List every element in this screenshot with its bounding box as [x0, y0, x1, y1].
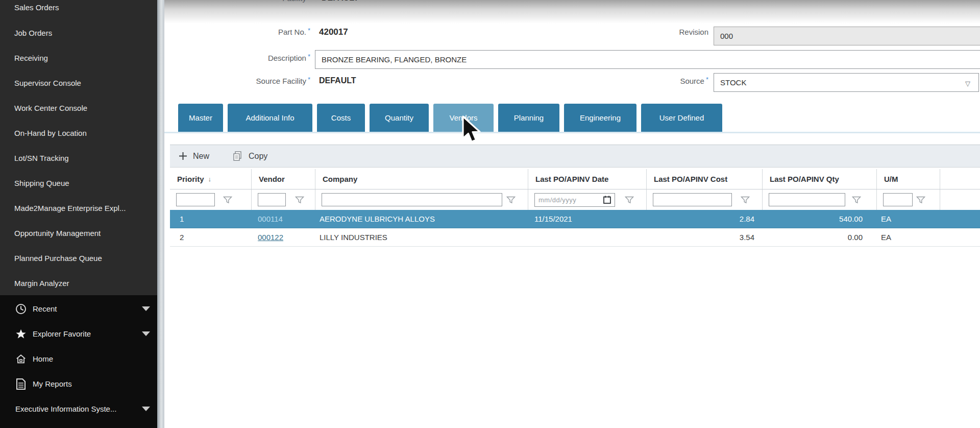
sidebar-item-sales-orders[interactable]: Sales Orders — [0, 1, 157, 20]
sidebar-scrollbar[interactable] — [157, 0, 164, 428]
filter-cell-um — [877, 189, 940, 210]
table-row[interactable]: 2 000122 LILLY INDUSTRIES 3.54 0.00 EA — [170, 228, 980, 247]
chevron-down-icon — [142, 331, 150, 336]
chevron-down-icon — [142, 407, 150, 411]
vendors-table: Priority ↓ Vendor Company Last PO/APINV … — [170, 169, 980, 247]
column-header-last-po-date[interactable]: Last PO/APINV Date — [528, 169, 647, 189]
calendar-icon[interactable] — [603, 196, 611, 204]
tab-vendors[interactable]: Vendors — [433, 104, 494, 132]
description-input[interactable] — [315, 50, 980, 69]
source-dropdown[interactable]: STOCK ▽ — [714, 73, 979, 92]
um-cell: EA — [877, 228, 940, 246]
filter-cell-last-po-cost — [647, 189, 763, 210]
description-label: Description* — [198, 54, 310, 62]
vendor-link[interactable]: 000114 — [258, 215, 283, 223]
source-facility-value: DEFAULT — [319, 76, 356, 85]
new-button[interactable]: New — [179, 152, 209, 161]
company-cell: LILLY INDUSTRIES — [315, 228, 528, 246]
sidebar-item-on-hand-by-location[interactable]: On-Hand by Location — [0, 121, 157, 146]
revision-label-text: Revision — [679, 28, 708, 36]
filter-icon[interactable] — [852, 196, 861, 204]
part-detail-panel: Facility DEFAULT Part No.* 420017 Revisi… — [164, 0, 980, 428]
filter-cell-company — [315, 189, 528, 210]
source-facility-label-text: Source Facility — [256, 77, 306, 85]
column-header-company[interactable]: Company — [315, 169, 528, 189]
row-filler — [940, 228, 980, 246]
table-filter-row: mm/dd/yyyy — [170, 189, 980, 210]
sidebar-item-home[interactable]: Home — [0, 346, 157, 371]
column-header-label: Last PO/APINV Cost — [654, 175, 727, 183]
column-header-label: Last PO/APINV Date — [535, 175, 608, 183]
sidebar-item-executive-information-system[interactable]: Executive Information Syste... — [0, 396, 157, 421]
sidebar-item-label: Recent — [33, 304, 57, 313]
sidebar-item-explorer-favorite[interactable]: Explorer Favorite — [0, 321, 157, 346]
vendor-link[interactable]: 000122 — [258, 233, 283, 242]
filter-cost-input[interactable] — [653, 193, 732, 206]
filter-icon[interactable] — [916, 196, 925, 204]
part-tabs: Master Additional Info Costs Quantity Ve… — [164, 104, 980, 132]
column-header-last-po-qty[interactable]: Last PO/APINV Qty — [763, 169, 877, 189]
sidebar-item-planned-purchase-queue[interactable]: Planned Purchase Queue — [0, 246, 157, 271]
sidebar: Sales Orders Job Orders Receiving Superv… — [0, 0, 157, 428]
sidebar-item-job-orders[interactable]: Job Orders — [0, 20, 157, 45]
filter-um-input[interactable] — [883, 193, 913, 206]
priority-cell: 2 — [170, 228, 252, 246]
chevron-down-icon — [142, 306, 150, 311]
sidebar-item-supervisor-console[interactable]: Supervisor Console — [0, 70, 157, 96]
column-header-um[interactable]: U/M — [877, 169, 940, 189]
last-po-qty-cell: 540.00 — [763, 210, 877, 228]
filter-qty-input[interactable] — [769, 193, 845, 206]
filter-date-input[interactable]: mm/dd/yyyy — [534, 193, 615, 207]
sidebar-item-lot-sn-tracking[interactable]: Lot/SN Tracking — [0, 146, 157, 171]
required-asterisk: * — [308, 53, 310, 60]
column-header-priority[interactable]: Priority ↓ — [170, 169, 252, 189]
sidebar-item-m2m-enterprise-explorer[interactable]: Made2Manage Enterprise Expl... — [0, 196, 157, 221]
row-filler — [940, 210, 980, 228]
sidebar-item-work-center-console[interactable]: Work Center Console — [0, 96, 157, 121]
filter-icon[interactable] — [223, 196, 232, 204]
filter-icon[interactable] — [741, 196, 750, 204]
tab-user-defined[interactable]: User Defined — [641, 104, 722, 132]
facility-value: DEFAULT — [322, 0, 359, 3]
sidebar-item-opportunity-management[interactable]: Opportunity Management — [0, 221, 157, 246]
document-icon — [15, 378, 27, 390]
copy-button[interactable]: Copy — [233, 151, 267, 161]
sort-descending-icon: ↓ — [208, 175, 212, 183]
column-header-label: U/M — [884, 175, 898, 183]
sidebar-item-shipping-queue[interactable]: Shipping Queue — [0, 171, 157, 196]
sidebar-item-recent[interactable]: Recent — [0, 296, 157, 321]
copy-icon — [233, 151, 243, 161]
tab-master[interactable]: Master — [178, 104, 223, 132]
filter-vendor-input[interactable] — [258, 193, 286, 206]
column-header-vendor[interactable]: Vendor — [252, 169, 315, 189]
sidebar-item-my-reports[interactable]: My Reports — [0, 371, 157, 396]
column-header-filler — [940, 169, 980, 189]
filter-priority-input[interactable] — [176, 193, 215, 206]
tab-quantity[interactable]: Quantity — [370, 104, 429, 132]
home-icon — [15, 353, 27, 365]
tab-additional-info[interactable]: Additional Info — [228, 104, 312, 132]
sidebar-nav-secondary: Recent Explorer Favorite Home — [0, 296, 157, 421]
sidebar-item-margin-analyzer[interactable]: Margin Analyzer — [0, 271, 157, 296]
column-header-label: Company — [323, 175, 357, 183]
filter-icon[interactable] — [625, 196, 634, 204]
top-shadow-gradient — [164, 0, 980, 23]
facility-label: Facility — [194, 0, 306, 3]
last-po-qty-cell: 0.00 — [763, 228, 877, 246]
sidebar-item-receiving[interactable]: Receiving — [0, 45, 157, 70]
tab-costs[interactable]: Costs — [317, 104, 365, 132]
sidebar-nav-main: Sales Orders Job Orders Receiving Superv… — [0, 0, 157, 295]
filter-cell-vendor — [252, 189, 315, 210]
source-label-text: Source — [680, 77, 704, 85]
tab-engineering[interactable]: Engineering — [564, 104, 636, 132]
filter-icon[interactable] — [295, 196, 304, 204]
column-header-last-po-cost[interactable]: Last PO/APINV Cost — [647, 169, 763, 189]
tab-planning[interactable]: Planning — [498, 104, 559, 132]
column-header-label: Last PO/APINV Qty — [770, 175, 839, 183]
facility-label-text: Facility — [282, 0, 306, 3]
vendors-grid-toolbar: New Copy — [170, 145, 980, 168]
filter-icon[interactable] — [506, 196, 516, 204]
last-po-date-cell — [528, 228, 647, 246]
table-row[interactable]: 1 000114 AERODYNE ULBRICYH ALLOYS 11/15/… — [170, 210, 980, 228]
filter-company-input[interactable] — [322, 193, 502, 206]
